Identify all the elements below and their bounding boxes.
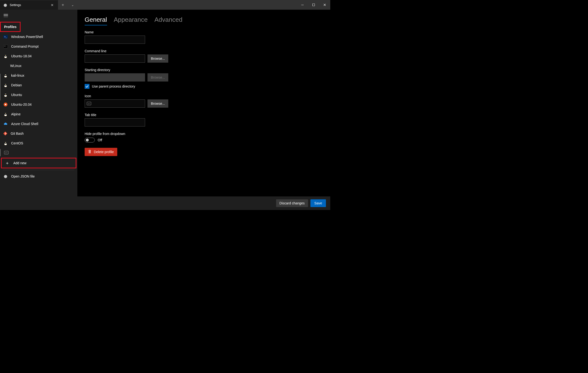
svg-point-3 (5, 54, 7, 57)
tab-general[interactable]: General (85, 16, 107, 25)
tab-appearance[interactable]: Appearance (114, 16, 148, 25)
svg-point-18 (5, 93, 7, 95)
add-new-button[interactable]: ＋ Add new (1, 158, 76, 168)
main-panel: General Appearance Advanced Name Command… (77, 10, 330, 210)
svg-point-20 (6, 94, 6, 94)
svg-rect-0 (301, 5, 304, 5)
sidebar-item-current-profile[interactable]: c:\ (0, 149, 77, 156)
close-tab-button[interactable]: ✕ (49, 2, 56, 9)
checkbox-icon (85, 84, 89, 89)
sidebar-item-label: kali-linux (11, 74, 24, 77)
sidebar-item-label: CentOS (11, 141, 23, 145)
icon-browse-button[interactable]: Browse... (147, 99, 168, 108)
save-button[interactable]: Save (310, 199, 326, 207)
startdir-label: Starting directory (85, 68, 323, 72)
sidebar-item-debian[interactable]: Debian (0, 80, 77, 90)
tab-settings[interactable]: Settings ✕ (0, 0, 58, 10)
tab-dropdown-button[interactable]: ⌄ (68, 0, 77, 10)
sidebar-item-ubuntu2004[interactable]: Ubuntu-20.04 (0, 100, 77, 109)
tabtitle-input[interactable] (85, 118, 145, 127)
sidebar-item-label: Add new (13, 161, 26, 165)
trash-icon (88, 150, 91, 154)
discard-button[interactable]: Discard changes (276, 199, 308, 207)
use-parent-checkbox[interactable]: Use parent process directory (85, 84, 323, 89)
azure-icon (3, 122, 8, 126)
scroll-indicator (0, 74, 0, 100)
hide-toggle[interactable] (85, 138, 95, 142)
commandline-label: Command line (85, 49, 323, 53)
git-icon (3, 132, 7, 136)
cmd-icon (3, 44, 8, 49)
sidebar-item-label: Command Prompt (11, 44, 39, 48)
delete-profile-button[interactable]: Delete profile (85, 148, 117, 156)
sidebar-item-alpine[interactable]: Alpine (0, 109, 77, 119)
commandline-input[interactable] (85, 54, 145, 63)
sidebar-item-gitbash[interactable]: Git Bash (0, 129, 77, 138)
svg-point-15 (6, 84, 6, 85)
sidebar-item-label: Ubuntu-20.04 (11, 103, 32, 107)
minimize-button[interactable] (297, 0, 308, 10)
sidebar-item-label: Git Bash (11, 132, 24, 136)
hamburger-button[interactable] (0, 11, 11, 20)
divider (3, 170, 74, 170)
sidebar-item-label: WLinux (10, 64, 21, 68)
open-json-button[interactable]: Open JSON file (0, 171, 77, 181)
svg-point-8 (5, 74, 7, 76)
sidebar-item-label: Azure Cloud Shell (11, 122, 38, 126)
sidebar-item-centos[interactable]: CentOS (0, 138, 77, 148)
svg-point-13 (5, 83, 7, 86)
ubuntu-icon (3, 102, 8, 107)
sidebar-item-azure[interactable]: Azure Cloud Shell (0, 119, 77, 129)
svg-point-35 (5, 143, 6, 143)
footer: Discard changes Save (77, 196, 330, 210)
startdir-input (85, 73, 145, 82)
profile-list: >_ Windows PowerShell Command Prompt Ubu… (0, 32, 77, 181)
sidebar-item-cmd[interactable]: Command Prompt (0, 42, 77, 51)
sidebar-item-label: Open JSON file (11, 174, 35, 178)
tux-icon (3, 73, 8, 78)
svg-point-32 (5, 141, 7, 144)
svg-point-24 (5, 113, 6, 114)
sidebar-item-ubuntu1804[interactable]: Ubuntu-18.04 (0, 51, 77, 61)
tux-icon (3, 54, 8, 58)
svg-point-6 (5, 56, 6, 56)
svg-point-25 (6, 113, 6, 114)
svg-point-10 (6, 74, 6, 75)
startdir-browse-button: Browse... (147, 73, 168, 82)
sidebar-item-powershell[interactable]: >_ Windows PowerShell (0, 32, 77, 42)
commandline-browse-button[interactable]: Browse... (147, 54, 168, 63)
terminal-icon: c:\ (87, 102, 91, 105)
new-tab-button[interactable]: ＋ (58, 0, 68, 10)
tab-advanced[interactable]: Advanced (155, 16, 183, 25)
sidebar-item-label: Ubuntu (11, 93, 22, 97)
hide-state-label: Off (98, 138, 102, 142)
delete-profile-label: Delete profile (94, 150, 114, 154)
icon-input[interactable]: c:\ (85, 99, 145, 108)
close-window-button[interactable] (319, 0, 330, 10)
svg-point-4 (5, 55, 6, 56)
sidebar-item-ubuntu[interactable]: Ubuntu (0, 90, 77, 100)
svg-point-33 (5, 142, 6, 143)
svg-point-11 (5, 75, 6, 75)
svg-point-14 (5, 84, 6, 85)
plus-icon: ＋ (5, 161, 10, 165)
name-label: Name (85, 30, 323, 34)
name-input[interactable] (85, 36, 145, 44)
svg-point-21 (5, 94, 6, 95)
sidebar: Profiles >_ Windows PowerShell Command P… (0, 10, 77, 210)
tux-icon (3, 112, 8, 116)
use-parent-label: Use parent process directory (92, 85, 135, 88)
svg-point-9 (5, 74, 6, 75)
powershell-icon: >_ (3, 35, 8, 39)
svg-point-23 (5, 112, 7, 115)
tabtitle-label: Tab title (85, 113, 323, 117)
sidebar-item-wlinux[interactable]: WLinux (0, 61, 77, 71)
svg-rect-1 (313, 4, 315, 6)
sidebar-item-label: Windows PowerShell (11, 35, 43, 39)
svg-point-34 (6, 142, 6, 143)
maximize-button[interactable] (308, 0, 319, 10)
svg-point-19 (5, 94, 6, 94)
sidebar-item-kali[interactable]: kali-linux (0, 71, 77, 80)
svg-point-5 (6, 55, 6, 56)
icon-label: Icon (85, 94, 323, 98)
